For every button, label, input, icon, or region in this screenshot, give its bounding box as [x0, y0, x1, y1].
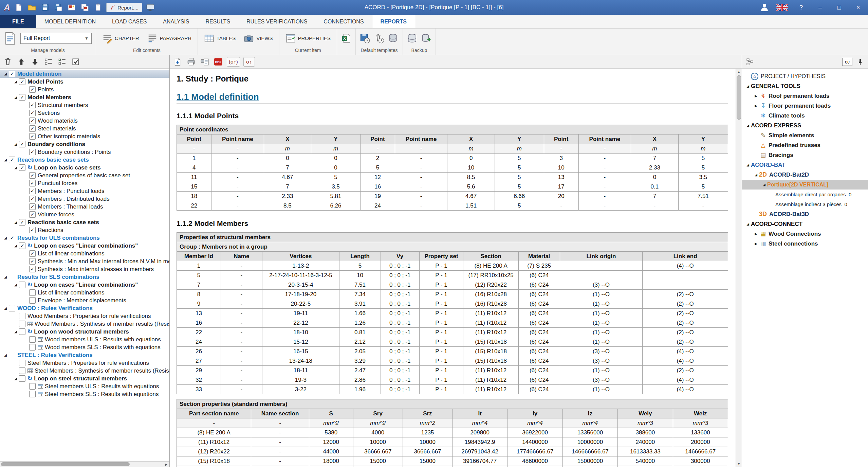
item-checkbox[interactable]: [19, 375, 25, 382]
tab-connections[interactable]: CONNECTIONS: [315, 15, 372, 28]
tab-reports[interactable]: REPORTS: [372, 15, 415, 28]
left-tree-item[interactable]: ✓Members : Punctual loads: [0, 187, 169, 195]
item-checkbox[interactable]: ✓: [29, 203, 36, 210]
item-checkbox[interactable]: ✓: [9, 71, 15, 77]
export-pdf-button[interactable]: PDF: [213, 57, 223, 67]
item-checkbox[interactable]: ✓: [29, 172, 36, 179]
item-checkbox[interactable]: [29, 297, 36, 304]
options-list-button[interactable]: [43, 57, 54, 67]
left-tree-item[interactable]: ✓Boundary conditions : Points: [0, 148, 169, 156]
left-tree-item[interactable]: Steel Members : Synthesis of member resu…: [0, 367, 169, 375]
expand-arrow-icon[interactable]: ▶: [753, 242, 759, 246]
left-tree-item[interactable]: ✓Synthesis : Min and Max internal forces…: [0, 257, 169, 265]
save-as-icon[interactable]: [53, 2, 63, 13]
template-database-icon[interactable]: [388, 33, 399, 43]
left-tree-item[interactable]: Wood Members : Synthesis of member resul…: [0, 320, 169, 328]
move-up-button[interactable]: [16, 57, 26, 67]
expand-arrow-icon[interactable]: ◢: [2, 158, 9, 162]
right-tree-item[interactable]: ❄Climate tools: [742, 111, 868, 121]
item-checkbox[interactable]: ✓: [19, 94, 25, 101]
expand-arrow-icon[interactable]: ◢: [2, 236, 9, 240]
help-button[interactable]: ?: [795, 4, 807, 11]
item-checkbox[interactable]: ✓: [29, 258, 36, 265]
hierarchy-icon[interactable]: [745, 57, 755, 67]
expand-arrow-icon[interactable]: ◢: [753, 173, 759, 177]
options-list-check-button[interactable]: [57, 57, 67, 67]
excel-export-button[interactable]: X: [341, 33, 351, 43]
page-setup-button[interactable]: [200, 57, 210, 67]
expand-arrow-icon[interactable]: ◢: [745, 84, 751, 88]
left-tree-item[interactable]: ◢✓↻Loop on cases "Linear combinations": [0, 242, 169, 250]
expand-arrow-icon[interactable]: ◢: [12, 377, 19, 380]
item-checkbox[interactable]: [29, 383, 36, 390]
item-checkbox[interactable]: [29, 391, 36, 397]
left-tree-item[interactable]: ✓Steel materials: [0, 125, 169, 132]
scroll-down-arrow[interactable]: ▼: [736, 461, 742, 467]
paste-icon[interactable]: [93, 2, 103, 13]
item-checkbox[interactable]: [9, 274, 15, 280]
expand-arrow-icon[interactable]: ▶: [753, 232, 759, 236]
expand-arrow-icon[interactable]: ◢: [745, 163, 751, 167]
move-down-button[interactable]: [30, 57, 40, 67]
right-tree-item[interactable]: Assemblage direct par organes_0: [742, 190, 868, 199]
right-tree-item[interactable]: 3DACORD-Bat3D: [742, 209, 868, 219]
expand-arrow-icon[interactable]: ◢: [12, 95, 19, 99]
tables-button[interactable]: TABLES: [202, 32, 238, 45]
left-tree-item[interactable]: Steel Members : Properties for rule veri…: [0, 359, 169, 367]
right-tree-item[interactable]: ◢ACORD-EXPRESS: [742, 121, 868, 130]
delete-item-button[interactable]: [3, 57, 13, 67]
expand-arrow-icon[interactable]: ◢: [2, 353, 9, 357]
print-button[interactable]: [186, 57, 196, 67]
item-checkbox[interactable]: ✓: [29, 211, 36, 218]
sigma-button[interactable]: σ↑: [243, 57, 255, 67]
expand-arrow-icon[interactable]: ◢: [12, 166, 19, 169]
left-tree-item[interactable]: ✓Wood materials: [0, 117, 169, 125]
open-icon[interactable]: [27, 2, 37, 13]
item-checkbox[interactable]: [29, 336, 36, 343]
left-tree-item[interactable]: ✓Volume forces: [0, 211, 169, 218]
screenshot-icon[interactable]: [67, 2, 77, 13]
left-tree-item[interactable]: ◢✓↻Loop on basic case sets: [0, 164, 169, 172]
item-checkbox[interactable]: [9, 352, 15, 358]
right-tree-item[interactable]: ◢GENERAL TOOLS: [742, 81, 868, 91]
user-account-icon[interactable]: [760, 3, 769, 12]
close-button[interactable]: ×: [852, 4, 864, 11]
expand-arrow-icon[interactable]: ▶: [753, 104, 759, 108]
tab-load-cases[interactable]: LOAD CASES: [104, 15, 155, 28]
item-checkbox[interactable]: ✓: [29, 110, 36, 116]
chapter-button[interactable]: CHAPTER: [100, 32, 141, 45]
left-tree-item[interactable]: ✓Members : Distributed loads: [0, 195, 169, 203]
expand-arrow-icon[interactable]: ◢: [745, 124, 751, 127]
right-tree-item[interactable]: ▤Bracings: [742, 150, 868, 160]
left-tree-item[interactable]: List of linear combinations: [0, 289, 169, 297]
item-checkbox[interactable]: ✓: [29, 118, 36, 124]
item-checkbox[interactable]: [9, 305, 15, 311]
left-tree-item[interactable]: ✓Reactions: [0, 226, 169, 234]
right-tree-item[interactable]: ◢ACORD-BAT: [742, 160, 868, 170]
item-checkbox[interactable]: [19, 360, 25, 366]
backup-restore-icon[interactable]: [421, 33, 431, 43]
item-checkbox[interactable]: ✓: [29, 180, 36, 186]
tab-file[interactable]: FILE: [0, 15, 36, 28]
left-tree-item[interactable]: ◢↻Loop on steel structural members: [0, 375, 169, 382]
tab-model-definition[interactable]: MODEL DEFINITION: [36, 15, 104, 28]
right-tree-item[interactable]: ◢2DACORD-Bat2D: [742, 170, 868, 180]
left-tree-item[interactable]: ◢✓Results for ULS combinations: [0, 234, 169, 242]
left-tree-item[interactable]: ✓Points: [0, 86, 169, 93]
expand-arrow-icon[interactable]: ▶: [753, 94, 759, 98]
left-tree-item[interactable]: Envelope : Member displacements: [0, 297, 169, 304]
left-tree-item[interactable]: ✓Punctual forces: [0, 179, 169, 187]
left-tree-item[interactable]: ◢STEEL : Rules Verifications: [0, 351, 169, 359]
pin-button[interactable]: [855, 57, 865, 67]
item-checkbox[interactable]: [19, 328, 25, 335]
left-tree-item[interactable]: ✓Structural members: [0, 101, 169, 109]
item-checkbox[interactable]: ✓: [29, 125, 36, 132]
left-tree-item[interactable]: Wood Members : Properties for rule verif…: [0, 312, 169, 320]
scroll-up-arrow[interactable]: ▲: [736, 69, 742, 75]
left-tree-item[interactable]: ◢✓Boundary conditions: [0, 140, 169, 148]
item-checkbox[interactable]: ✓: [9, 235, 15, 241]
left-tree-item[interactable]: ◢✓Model Points: [0, 78, 169, 86]
left-tree-item[interactable]: Steel members SLS : Results with equatio…: [0, 390, 169, 398]
save-icon[interactable]: [40, 2, 50, 13]
left-tree-item[interactable]: ◢✓Reactions basic case sets: [0, 218, 169, 226]
